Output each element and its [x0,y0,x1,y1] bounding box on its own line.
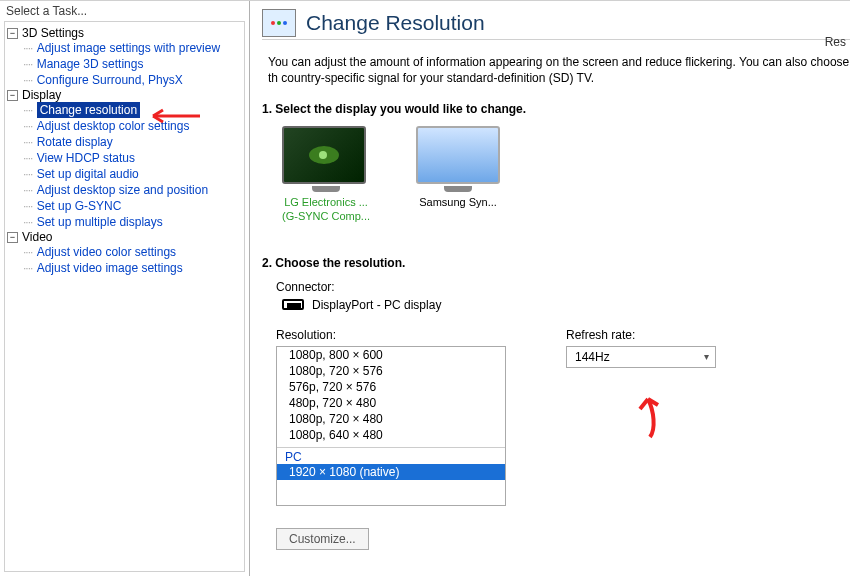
monitor-icon [282,126,366,184]
page-header: Change Resolution [262,5,850,40]
resolution-option[interactable]: 1080p, 640 × 480 [277,427,505,443]
tree-item-gsync[interactable]: Set up G-SYNC [23,198,244,214]
refresh-rate-label: Refresh rate: [566,328,716,342]
resolution-list[interactable]: 1080p, 800 × 600 1080p, 720 × 576 576p, … [276,346,506,506]
resolution-option[interactable]: 576p, 720 × 576 [277,379,505,395]
collapse-icon: − [7,90,18,101]
connector-label: Connector: [276,280,850,294]
display-item-primary[interactable]: LG Electronics ... (G-SYNC Comp... [282,126,370,224]
monitor-nvidia-icon [262,9,296,37]
task-tree: − 3D Settings Adjust image settings with… [4,21,245,572]
refresh-rate-value: 144Hz [575,350,610,364]
tree-item-rotate-display[interactable]: Rotate display [23,134,244,150]
sidebar-title: Select a Task... [0,1,249,21]
resolution-option[interactable]: 480p, 720 × 480 [277,395,505,411]
tree-item-video-color[interactable]: Adjust video color settings [23,244,244,260]
tree-item-desktop-size-position[interactable]: Adjust desktop size and position [23,182,244,198]
collapse-icon: − [7,28,18,39]
monitor-stand-icon [444,186,472,192]
resolution-option-selected[interactable]: 1920 × 1080 (native) [277,464,505,480]
tree-item-multiple-displays[interactable]: Set up multiple displays [23,214,244,230]
tree-item-manage-3d[interactable]: Manage 3D settings [23,56,244,72]
resolution-option[interactable]: 1080p, 720 × 576 [277,363,505,379]
tree-item-view-hdcp[interactable]: View HDCP status [23,150,244,166]
main-panel: Change Resolution Res You can adjust the… [250,1,850,576]
customize-button[interactable]: Customize... [276,528,369,550]
tree-group-label: Display [22,88,61,102]
tree-item-adjust-desktop-color[interactable]: Adjust desktop color settings [23,118,244,134]
app-root: Select a Task... − 3D Settings Adjust im… [0,0,850,576]
refresh-rate-select[interactable]: 144Hz ▾ [566,346,716,368]
sidebar: Select a Task... − 3D Settings Adjust im… [0,1,250,576]
collapse-icon: − [7,232,18,243]
step1-title: 1. Select the display you would like to … [262,102,850,116]
display-picker: LG Electronics ... (G-SYNC Comp... Samsu… [282,126,850,224]
displayport-icon [282,299,304,310]
tree-group-label: Video [22,230,52,244]
tree-group-video[interactable]: − Video [5,230,244,244]
tree-item-video-image[interactable]: Adjust video image settings [23,260,244,276]
resolution-label: Resolution: [276,328,506,342]
tree-item-digital-audio[interactable]: Set up digital audio [23,166,244,182]
chevron-down-icon: ▾ [704,351,709,362]
tree-item-change-resolution[interactable]: Change resolution [23,102,244,118]
tree-group-display[interactable]: − Display [5,88,244,102]
connector-value: DisplayPort - PC display [312,298,441,312]
display-item-secondary[interactable]: Samsung Syn... [416,126,500,224]
tree-item-adjust-image-preview[interactable]: Adjust image settings with preview [23,40,244,56]
tree-group-3d-settings[interactable]: − 3D Settings [5,26,244,40]
monitor-icon [416,126,500,184]
page-title: Change Resolution [306,11,485,35]
restore-defaults-link[interactable]: Res [825,35,846,49]
resolution-group-pc: PC [277,447,505,464]
connector-row: DisplayPort - PC display [282,298,850,312]
monitor-stand-icon [312,186,340,192]
resolution-option[interactable]: 1080p, 720 × 480 [277,411,505,427]
tree-item-configure-surround[interactable]: Configure Surround, PhysX [23,72,244,88]
page-description: You can adjust the amount of information… [262,40,850,96]
step2-title: 2. Choose the resolution. [262,256,850,270]
display-label: LG Electronics ... (G-SYNC Comp... [282,196,370,224]
display-label: Samsung Syn... [416,196,500,210]
tree-group-label: 3D Settings [22,26,84,40]
resolution-option[interactable]: 1080p, 800 × 600 [277,347,505,363]
